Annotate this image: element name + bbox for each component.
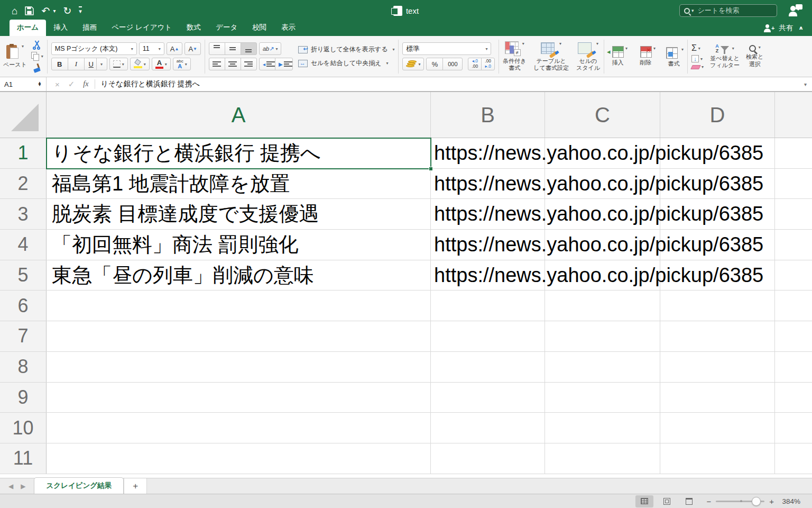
cell-A11[interactable] xyxy=(47,443,431,474)
column-header-B[interactable]: B xyxy=(431,92,545,138)
paste-dropdown-icon[interactable]: ▾ xyxy=(22,44,24,49)
cell-D8[interactable] xyxy=(660,352,775,382)
cell-C11[interactable] xyxy=(545,443,660,474)
cell-B10[interactable] xyxy=(431,413,545,443)
decrease-font-button[interactable]: A▼ xyxy=(184,42,201,55)
fill-color-button[interactable]: ▾ xyxy=(130,58,150,70)
next-sheet-icon[interactable]: ▶ xyxy=(21,483,25,490)
cell-A4[interactable]: 「初回無料」商法 罰則強化 xyxy=(47,230,431,260)
cell-C9[interactable] xyxy=(545,383,660,413)
percent-button[interactable]: % xyxy=(426,58,443,70)
cell-C7[interactable] xyxy=(545,321,660,351)
row-header-7[interactable]: 7 xyxy=(0,321,47,351)
insert-function-icon[interactable]: fx xyxy=(83,80,88,88)
conditional-formatting-button[interactable]: ≠ ▾ 条件付き書式 xyxy=(503,41,526,71)
cut-icon[interactable] xyxy=(32,40,42,50)
cell-C3[interactable] xyxy=(545,199,660,229)
cell-B6[interactable] xyxy=(431,291,545,321)
currency-button[interactable]: ▾ xyxy=(402,58,424,70)
tab-1[interactable]: 挿入 xyxy=(46,20,75,36)
align-center-button[interactable] xyxy=(225,58,241,70)
decrease-decimal-button[interactable]: ◂.0.00 xyxy=(468,58,482,70)
formula-bar-expand-icon[interactable]: ▾ xyxy=(804,81,807,87)
cell-B7[interactable] xyxy=(431,321,545,351)
align-top-button[interactable] xyxy=(209,42,225,55)
tab-2[interactable]: 描画 xyxy=(75,20,104,36)
copy-button[interactable]: ▾ xyxy=(31,52,43,61)
enter-icon[interactable]: ✓ xyxy=(68,79,75,89)
cell-A10[interactable] xyxy=(47,413,431,443)
cell-B5[interactable] xyxy=(431,260,545,291)
decrease-indent-button[interactable]: ◂ xyxy=(259,58,275,70)
page-break-view-button[interactable] xyxy=(680,495,698,507)
formula-content[interactable]: りそな銀行と横浜銀行 提携へ xyxy=(100,79,200,89)
column-header-C[interactable]: C xyxy=(545,92,660,138)
name-box-stepper[interactable]: ▲▼ xyxy=(38,82,42,87)
name-box[interactable]: A1 ▲▼ xyxy=(0,77,47,91)
autosum-button[interactable]: Σ ▾ xyxy=(691,43,700,53)
cell-C2[interactable] xyxy=(545,169,660,199)
align-right-button[interactable] xyxy=(241,58,257,70)
zoom-slider[interactable] xyxy=(716,501,764,502)
cell-A7[interactable] xyxy=(47,321,431,351)
tab-3[interactable]: ページ レイアウト xyxy=(104,20,179,36)
cell-D6[interactable] xyxy=(660,291,775,321)
zoom-in-button[interactable]: + xyxy=(769,497,774,506)
sort-filter-button[interactable]: AZ ▾ 並べ替えとフィルター xyxy=(710,44,740,69)
zoom-level[interactable]: 384% xyxy=(778,497,800,505)
row-header-5[interactable]: 5 xyxy=(0,260,47,291)
cell-A3[interactable]: 脱炭素 目標達成度で支援優遇 xyxy=(47,199,431,229)
tab-5[interactable]: データ xyxy=(208,20,245,36)
font-name-select[interactable]: MS Pゴシック (本文) ▾ xyxy=(51,42,137,55)
wrap-text-button[interactable]: 折り返して全体を表示する ▾ xyxy=(298,45,395,54)
cell-B9[interactable] xyxy=(431,383,545,413)
search-input[interactable]: ▾ シートを検索 xyxy=(679,4,777,17)
search-scope-caret-icon[interactable]: ▾ xyxy=(691,8,694,13)
row-header-3[interactable]: 3 xyxy=(0,199,47,229)
page-layout-view-button[interactable] xyxy=(658,495,676,507)
bold-button[interactable]: B xyxy=(51,58,68,70)
cell-C6[interactable] xyxy=(545,291,660,321)
cell-B11[interactable] xyxy=(431,443,545,474)
cell-D10[interactable] xyxy=(660,413,775,443)
cell-A8[interactable] xyxy=(47,352,431,382)
tab-4[interactable]: 数式 xyxy=(179,20,208,36)
add-sheet-button[interactable]: + xyxy=(124,478,147,494)
save-icon[interactable] xyxy=(25,6,34,15)
cell-C10[interactable] xyxy=(545,413,660,443)
cell-D9[interactable] xyxy=(660,383,775,413)
delete-cells-button[interactable]: × ▾ 削除 xyxy=(636,46,656,66)
undo-dropdown-icon[interactable]: ▾ xyxy=(53,8,56,14)
cell-C1[interactable] xyxy=(545,138,660,168)
comma-style-button[interactable]: 000 xyxy=(442,58,463,70)
paste-button[interactable]: ▾ xyxy=(6,44,24,60)
cell-A9[interactable] xyxy=(47,383,431,413)
phonetic-button[interactable]: abcA ▾ xyxy=(173,58,191,70)
borders-button[interactable]: ▾ xyxy=(109,58,128,70)
row-header-10[interactable]: 10 xyxy=(0,413,47,443)
font-color-button[interactable]: A ▾ xyxy=(152,58,171,70)
cancel-icon[interactable]: × xyxy=(55,80,60,89)
format-cells-button[interactable]: ↔ ▾ 書式 xyxy=(664,45,684,67)
column-header-A[interactable]: A xyxy=(47,92,431,138)
zoom-slider-thumb[interactable] xyxy=(752,497,761,506)
prev-sheet-icon[interactable]: ◀ xyxy=(8,483,13,490)
fill-handle[interactable] xyxy=(429,167,433,171)
customize-toolbar-icon[interactable]: ▾ xyxy=(79,6,82,15)
font-size-select[interactable]: 11 ▾ xyxy=(139,42,164,55)
row-header-2[interactable]: 2 xyxy=(0,169,47,199)
cell-B3[interactable] xyxy=(431,199,545,229)
cell-D11[interactable] xyxy=(660,443,775,474)
share-button[interactable]: 共有 xyxy=(779,23,793,33)
row-header-6[interactable]: 6 xyxy=(0,291,47,321)
align-left-button[interactable] xyxy=(209,58,225,70)
cell-C4[interactable] xyxy=(545,230,660,260)
normal-view-button[interactable] xyxy=(635,495,653,507)
row-header-9[interactable]: 9 xyxy=(0,383,47,413)
row-header-4[interactable]: 4 xyxy=(0,230,47,260)
cell-C8[interactable] xyxy=(545,352,660,382)
cell-A2[interactable]: 福島第1 地震計故障を放置 xyxy=(47,169,431,199)
row-header-11[interactable]: 11 xyxy=(0,443,47,474)
redo-icon[interactable]: ↻ xyxy=(63,6,71,16)
increase-decimal-button[interactable]: .00▸.0 xyxy=(481,58,495,70)
